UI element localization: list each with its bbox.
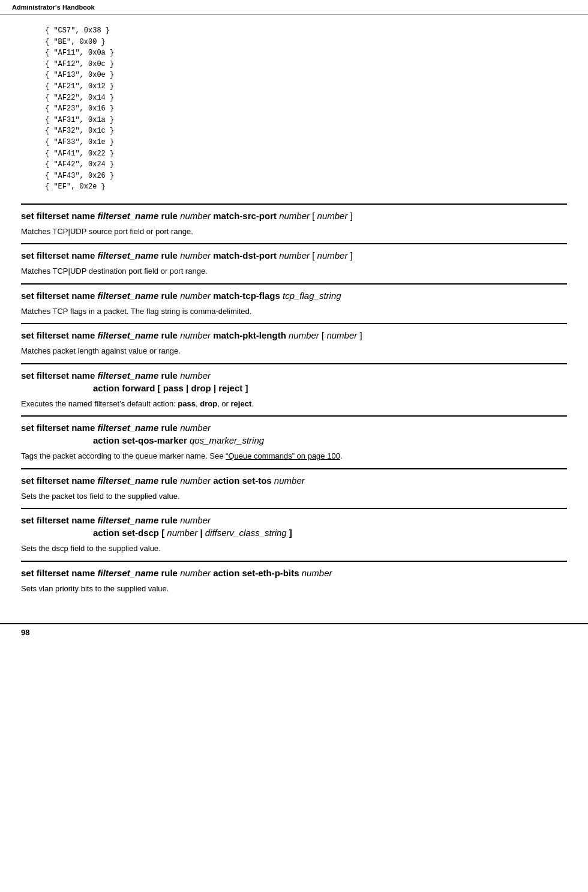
section-divider xyxy=(21,323,567,324)
footer: 98 xyxy=(0,623,588,640)
command-line-match-src-port: set filterset name filterset_name rule n… xyxy=(21,209,567,222)
code-line: { "AF32", 0x1c } xyxy=(45,125,567,137)
section-divider xyxy=(21,561,567,562)
code-line: { "AF31", 0x1a } xyxy=(45,115,567,126)
code-line: { "AF41", 0x22 } xyxy=(45,148,567,160)
description-action-forward: Executes the named filterset’s default a… xyxy=(21,398,567,410)
code-line: { "CS7", 0x38 } xyxy=(45,25,567,37)
header-title: Administrator's Handbook xyxy=(12,4,95,11)
page-number: 98 xyxy=(21,628,29,637)
command-line-match-pkt-length: set filterset name filterset_name rule n… xyxy=(21,329,567,342)
code-line: { "AF22", 0x14 } xyxy=(45,92,567,104)
description-match-src-port: Matches TCP|UDP source port field or por… xyxy=(21,226,567,238)
queue-commands-link[interactable]: “Queue commands” on page 100 xyxy=(226,451,340,460)
section-divider xyxy=(21,283,567,285)
description-action-set-tos: Sets the packet tos field to the supplie… xyxy=(21,490,567,502)
description-action-set-eth-p-bits: Sets vlan priority bits to the supplied … xyxy=(21,583,567,595)
command-line-match-tcp-flags: set filterset name filterset_name rule n… xyxy=(21,289,567,302)
section-divider xyxy=(21,243,567,244)
code-line: { "AF33", 0x1e } xyxy=(45,137,567,148)
header: Administrator's Handbook xyxy=(0,0,588,14)
code-line: { "AF42", 0x24 } xyxy=(45,159,567,170)
sections-container: set filterset name filterset_name rule n… xyxy=(21,203,567,595)
command-line-action-set-tos: set filterset name filterset_name rule n… xyxy=(21,474,567,487)
section-divider xyxy=(21,468,567,469)
description-action-set-dscp: Sets the dscp field to the supplied valu… xyxy=(21,543,567,555)
code-line: { "AF13", 0x0e } xyxy=(45,70,567,81)
code-line: { "AF21", 0x12 } xyxy=(45,81,567,92)
command-line-action-set-qos-marker: set filterset name filterset_name rule n… xyxy=(21,421,567,447)
code-line: { "AF12", 0x0c } xyxy=(45,59,567,70)
description-action-set-qos-marker: Tags the packet according to the queue m… xyxy=(21,450,567,462)
description-match-pkt-length: Matches packet length against value or r… xyxy=(21,345,567,357)
main-content: { "CS7", 0x38 }{ "BE", 0x00 }{ "AF11", 0… xyxy=(0,14,588,617)
command-line-match-dst-port: set filterset name filterset_name rule n… xyxy=(21,249,567,262)
command-line-action-forward: set filterset name filterset_name rule n… xyxy=(21,369,567,394)
description-match-tcp-flags: Matches TCP flags in a packet. The flag … xyxy=(21,306,567,318)
code-line: { "EF", 0x2e } xyxy=(45,181,567,193)
code-line: { "AF11", 0x0a } xyxy=(45,47,567,59)
section-divider xyxy=(21,415,567,417)
code-line: { "AF23", 0x16 } xyxy=(45,103,567,115)
section-divider xyxy=(21,363,567,364)
section-divider xyxy=(21,508,567,509)
command-line-action-set-eth-p-bits: set filterset name filterset_name rule n… xyxy=(21,567,567,579)
code-line: { "AF43", 0x26 } xyxy=(45,170,567,182)
section-divider xyxy=(21,203,567,205)
code-line: { "BE", 0x00 } xyxy=(45,37,567,48)
code-block: { "CS7", 0x38 }{ "BE", 0x00 }{ "AF11", 0… xyxy=(21,20,567,197)
description-match-dst-port: Matches TCP|UDP destination port field o… xyxy=(21,265,567,277)
command-line-action-set-dscp: set filterset name filterset_name rule n… xyxy=(21,514,567,539)
